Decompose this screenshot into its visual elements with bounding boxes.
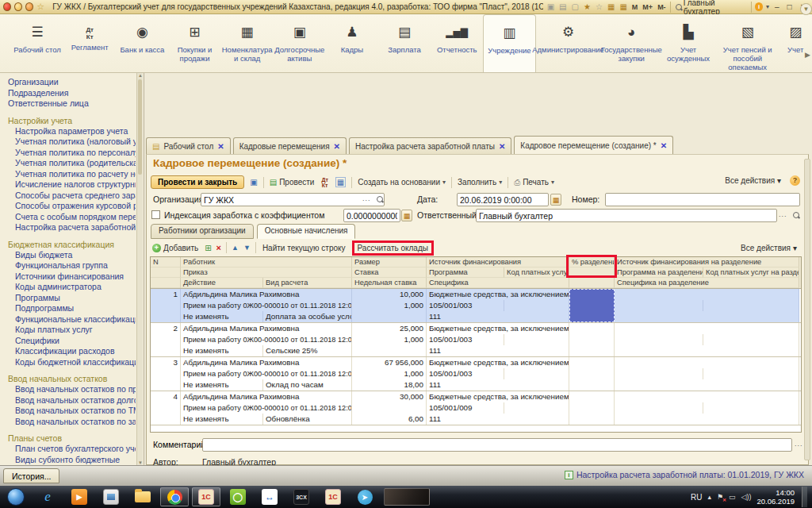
sidebar-item[interactable]: Учетная политика по расчету ночн... — [8, 169, 136, 180]
sidebar-item[interactable]: Функциональные классификации... — [8, 314, 136, 325]
ribbon-scroll-arrow-icon[interactable]: ▶ — [805, 51, 810, 59]
selected-split-cell[interactable] — [569, 289, 615, 322]
history-button[interactable]: История... — [3, 468, 59, 483]
section-salary[interactable]: ▤ Зарплата — [378, 14, 431, 72]
date-input[interactable] — [457, 193, 549, 206]
help-button[interactable]: ? — [790, 175, 800, 186]
col-source-split[interactable]: Источник финансирования на разделение — [615, 257, 799, 267]
responsible-search-icon[interactable] — [793, 212, 800, 219]
section-administration[interactable]: ⚙ Администрирование — [536, 14, 601, 72]
document-structure-button[interactable]: ▦ — [334, 176, 347, 188]
sidebar-item[interactable]: Классификации расходов — [8, 346, 136, 357]
sidebar-item[interactable]: Коды администратора — [8, 282, 136, 293]
add-favorite-icon[interactable]: ★ — [583, 2, 592, 11]
section-bank-cash[interactable]: ◉ Банк и касса — [116, 14, 168, 72]
headset-app-button[interactable]: ◯ — [224, 487, 252, 506]
tray-expand-icon[interactable]: ▴ — [707, 493, 711, 501]
window-scrollbar[interactable] — [804, 159, 810, 460]
tab-list-dropdown-icon[interactable]: ▼ — [800, 3, 812, 15]
sidebar-item[interactable]: Ввод начальных остатков долгоср... — [8, 395, 136, 406]
action-center-flag-icon[interactable]: ⚑ — [717, 493, 723, 501]
quick-access-icon-2[interactable] — [25, 2, 33, 11]
sidebar-item[interactable]: Ввод начальных остатков по проч... — [8, 384, 136, 395]
section-reports[interactable]: ▂▅▇ Отчетность — [431, 14, 483, 72]
memory-m-button[interactable]: M — [631, 3, 639, 11]
col-size[interactable]: Размер — [352, 257, 427, 267]
tab-hr-transfer-new[interactable]: Кадровое перемещение (создание) * ✕ — [514, 136, 673, 154]
tab-hr-transfers[interactable]: Кадровые перемещения ✕ — [233, 137, 347, 154]
post-and-close-button[interactable]: Провести и закрыть — [151, 175, 244, 189]
quick-access-icon[interactable] — [14, 2, 22, 11]
table-all-actions-button[interactable]: Все действия ▾ — [739, 243, 799, 253]
col-paid-code[interactable]: Код платных услуг — [504, 267, 569, 278]
sidebar-item[interactable]: Ввод начальных остатков по ТМЗ — [8, 406, 136, 417]
sidebar-item[interactable]: Виды бюджета — [8, 250, 136, 261]
preview-icon[interactable]: ▢ — [571, 2, 580, 11]
sidebar-item[interactable]: Ввод начальных остатков по зарп... — [8, 417, 136, 428]
info-icon[interactable]: i — [755, 2, 763, 11]
indexation-input[interactable] — [343, 209, 400, 222]
speaker-icon[interactable]: ◁)) — [741, 493, 752, 501]
sidebar-item[interactable]: Коды бюджетной классификации — [8, 357, 136, 368]
col-source[interactable]: Источник финансирования — [427, 257, 569, 267]
teamviewer-button[interactable]: ↔ — [255, 487, 284, 506]
table-row[interactable]: 1 Абдильдина Малика Рахимовна 10,000 Бюд… — [151, 289, 801, 323]
col-specifics-split[interactable]: Специфика на разделение — [615, 278, 799, 288]
responsible-select-button[interactable]: ... — [779, 210, 787, 218]
move-down-icon[interactable]: ▼ — [243, 244, 251, 252]
sidebar-item[interactable]: Учетная политика (налоговый учет) — [8, 137, 136, 148]
col-worker[interactable]: Работник — [181, 257, 352, 267]
section-convicts[interactable]: ▙ Учет осужденных — [662, 14, 714, 72]
tab-workers[interactable]: Работники организации — [151, 224, 254, 239]
1c-secondary-button[interactable]: 1С — [319, 487, 347, 506]
section-pensions[interactable]: ▧ Учет пенсий и пособий опекаемых — [714, 14, 780, 72]
col-split-percent[interactable]: % разделения — [569, 257, 615, 267]
section-gov-procurement[interactable]: ◕ Государственные закупки — [601, 14, 662, 72]
create-based-on-button[interactable]: Создать на основании ▾ — [356, 177, 447, 187]
col-program-split[interactable]: Программа на разделение — [615, 267, 703, 278]
close-tab-icon[interactable]: ✕ — [661, 141, 667, 150]
comment-expand-button[interactable]: ... — [795, 440, 803, 448]
sidebar-item[interactable]: Функциональная группа — [8, 260, 136, 271]
sidebar-item[interactable]: Подпрограммы — [8, 303, 136, 314]
number-input[interactable] — [605, 193, 800, 206]
sidebar-item-departments[interactable]: Подразделения — [8, 88, 136, 99]
network-icon[interactable]: ▭ — [729, 493, 736, 501]
org-search-icon[interactable] — [377, 196, 384, 203]
sidebar-scrollbar[interactable]: ▲ ▼ — [136, 73, 143, 465]
sidebar-item[interactable]: Учетная политика по персоналу о... — [8, 148, 136, 159]
col-program[interactable]: Программа — [427, 267, 504, 278]
col-order[interactable]: Приказ — [181, 267, 352, 278]
3cx-button[interactable]: 3CX — [287, 487, 316, 506]
section-hr[interactable]: ♟ Кадры — [326, 14, 378, 72]
section-desktop[interactable]: ☰ Рабочий стол — [11, 14, 63, 72]
table-row[interactable]: 3 Абдильдина Малика Рахимовна 67 956,000… — [151, 357, 801, 391]
chevron-down-icon[interactable]: ▾ — [766, 3, 769, 10]
scrollbar-thumb[interactable] — [138, 79, 142, 175]
sidebar-item[interactable]: Исчисление налогов структурных ... — [8, 179, 136, 190]
tab-desktop[interactable]: ▤ Рабочий стол ✕ — [146, 137, 231, 154]
section-reglament[interactable]: ДтКт Регламент — [63, 14, 116, 72]
tab-salary-settings[interactable]: Настройка расчета заработной платы ✕ — [349, 137, 511, 154]
status-message[interactable]: i Настройка расчета заработной платы: 01… — [565, 470, 804, 479]
section-nomenclature[interactable]: ▦ Номенклатура и склад — [221, 14, 274, 72]
favorites-list-icon[interactable]: ☆ — [595, 2, 603, 11]
file-explorer-button[interactable] — [128, 487, 157, 506]
comment-input[interactable] — [202, 438, 792, 452]
fill-button[interactable]: Заполнить ▾ — [456, 177, 504, 187]
sidebar-item[interactable]: Настройка параметров учета — [8, 126, 136, 137]
favorites-star-icon[interactable]: ☆ — [36, 2, 44, 12]
section-institution[interactable]: ▥ Учреждение — [483, 14, 535, 72]
post-button[interactable]: ▤ Провести — [268, 177, 316, 187]
section-more[interactable]: ▨ Учет — [780, 14, 810, 72]
find-current-row-button[interactable]: Найти текущую строку — [261, 243, 347, 253]
calendar-icon[interactable]: ▦ — [619, 2, 627, 11]
sidebar-item[interactable]: Счета с особым порядком переоц... — [8, 212, 136, 223]
section-longterm-assets[interactable]: ▣ Долгосрочные активы — [274, 14, 326, 72]
memory-mminus-button[interactable]: M- — [657, 3, 667, 11]
calculate-salaries-button[interactable]: Рассчитать оклады — [356, 243, 430, 253]
col-paid-code-split[interactable]: Код платных услуг на разделение — [703, 267, 799, 278]
memory-mplus-button[interactable]: M+ — [642, 3, 653, 11]
print-button[interactable]: ⎙ Печать ▾ — [512, 177, 556, 188]
sidebar-item[interactable]: Настройка расчета заработной пл... — [8, 222, 136, 233]
